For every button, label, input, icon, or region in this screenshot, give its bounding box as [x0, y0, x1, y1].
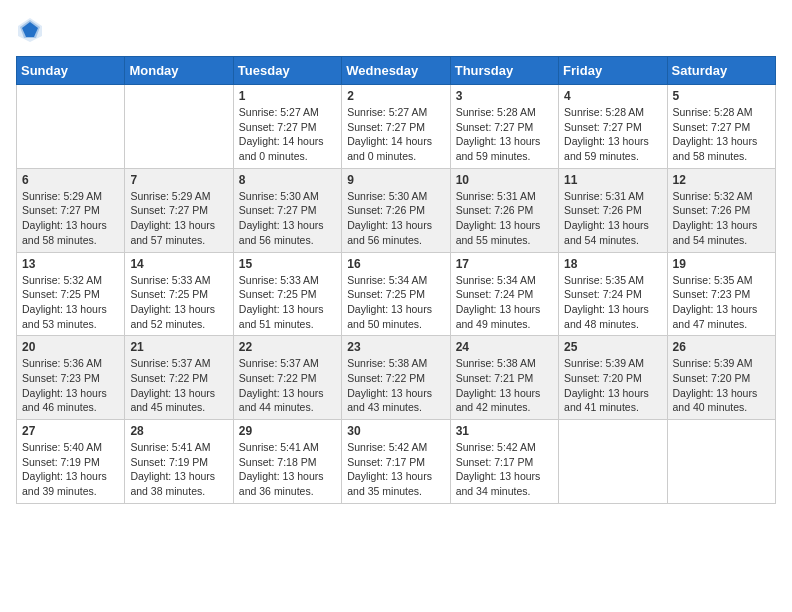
calendar-cell: 25Sunrise: 5:39 AM Sunset: 7:20 PM Dayli… — [559, 336, 667, 420]
day-number: 28 — [130, 424, 227, 438]
calendar-cell: 26Sunrise: 5:39 AM Sunset: 7:20 PM Dayli… — [667, 336, 775, 420]
day-number: 18 — [564, 257, 661, 271]
calendar-cell: 10Sunrise: 5:31 AM Sunset: 7:26 PM Dayli… — [450, 168, 558, 252]
weekday-header-friday: Friday — [559, 57, 667, 85]
logo-icon — [16, 16, 44, 44]
day-number: 13 — [22, 257, 119, 271]
calendar-cell: 5Sunrise: 5:28 AM Sunset: 7:27 PM Daylig… — [667, 85, 775, 169]
day-number: 3 — [456, 89, 553, 103]
weekday-header-row: SundayMondayTuesdayWednesdayThursdayFrid… — [17, 57, 776, 85]
calendar-cell: 15Sunrise: 5:33 AM Sunset: 7:25 PM Dayli… — [233, 252, 341, 336]
day-info: Sunrise: 5:30 AM Sunset: 7:27 PM Dayligh… — [239, 189, 336, 248]
day-number: 17 — [456, 257, 553, 271]
day-number: 30 — [347, 424, 444, 438]
calendar-cell: 22Sunrise: 5:37 AM Sunset: 7:22 PM Dayli… — [233, 336, 341, 420]
weekday-header-tuesday: Tuesday — [233, 57, 341, 85]
weekday-header-saturday: Saturday — [667, 57, 775, 85]
calendar-cell — [559, 420, 667, 504]
day-info: Sunrise: 5:35 AM Sunset: 7:23 PM Dayligh… — [673, 273, 770, 332]
calendar-cell: 7Sunrise: 5:29 AM Sunset: 7:27 PM Daylig… — [125, 168, 233, 252]
calendar-cell: 23Sunrise: 5:38 AM Sunset: 7:22 PM Dayli… — [342, 336, 450, 420]
week-row-2: 6Sunrise: 5:29 AM Sunset: 7:27 PM Daylig… — [17, 168, 776, 252]
day-number: 20 — [22, 340, 119, 354]
day-number: 1 — [239, 89, 336, 103]
weekday-header-sunday: Sunday — [17, 57, 125, 85]
calendar-cell: 3Sunrise: 5:28 AM Sunset: 7:27 PM Daylig… — [450, 85, 558, 169]
calendar-table: SundayMondayTuesdayWednesdayThursdayFrid… — [16, 56, 776, 504]
day-info: Sunrise: 5:42 AM Sunset: 7:17 PM Dayligh… — [347, 440, 444, 499]
weekday-header-wednesday: Wednesday — [342, 57, 450, 85]
calendar-cell: 20Sunrise: 5:36 AM Sunset: 7:23 PM Dayli… — [17, 336, 125, 420]
day-info: Sunrise: 5:41 AM Sunset: 7:19 PM Dayligh… — [130, 440, 227, 499]
calendar-cell: 17Sunrise: 5:34 AM Sunset: 7:24 PM Dayli… — [450, 252, 558, 336]
calendar-cell — [17, 85, 125, 169]
calendar-cell: 13Sunrise: 5:32 AM Sunset: 7:25 PM Dayli… — [17, 252, 125, 336]
calendar-cell: 27Sunrise: 5:40 AM Sunset: 7:19 PM Dayli… — [17, 420, 125, 504]
day-info: Sunrise: 5:39 AM Sunset: 7:20 PM Dayligh… — [564, 356, 661, 415]
day-info: Sunrise: 5:33 AM Sunset: 7:25 PM Dayligh… — [239, 273, 336, 332]
day-number: 26 — [673, 340, 770, 354]
day-number: 10 — [456, 173, 553, 187]
day-info: Sunrise: 5:38 AM Sunset: 7:21 PM Dayligh… — [456, 356, 553, 415]
day-info: Sunrise: 5:41 AM Sunset: 7:18 PM Dayligh… — [239, 440, 336, 499]
day-info: Sunrise: 5:32 AM Sunset: 7:25 PM Dayligh… — [22, 273, 119, 332]
day-info: Sunrise: 5:40 AM Sunset: 7:19 PM Dayligh… — [22, 440, 119, 499]
day-info: Sunrise: 5:37 AM Sunset: 7:22 PM Dayligh… — [130, 356, 227, 415]
day-info: Sunrise: 5:34 AM Sunset: 7:25 PM Dayligh… — [347, 273, 444, 332]
day-info: Sunrise: 5:31 AM Sunset: 7:26 PM Dayligh… — [564, 189, 661, 248]
day-number: 11 — [564, 173, 661, 187]
day-info: Sunrise: 5:33 AM Sunset: 7:25 PM Dayligh… — [130, 273, 227, 332]
calendar-cell: 14Sunrise: 5:33 AM Sunset: 7:25 PM Dayli… — [125, 252, 233, 336]
day-info: Sunrise: 5:42 AM Sunset: 7:17 PM Dayligh… — [456, 440, 553, 499]
calendar-cell: 30Sunrise: 5:42 AM Sunset: 7:17 PM Dayli… — [342, 420, 450, 504]
day-number: 4 — [564, 89, 661, 103]
weekday-header-monday: Monday — [125, 57, 233, 85]
day-info: Sunrise: 5:30 AM Sunset: 7:26 PM Dayligh… — [347, 189, 444, 248]
calendar-cell: 11Sunrise: 5:31 AM Sunset: 7:26 PM Dayli… — [559, 168, 667, 252]
weekday-header-thursday: Thursday — [450, 57, 558, 85]
calendar-cell: 16Sunrise: 5:34 AM Sunset: 7:25 PM Dayli… — [342, 252, 450, 336]
day-info: Sunrise: 5:28 AM Sunset: 7:27 PM Dayligh… — [673, 105, 770, 164]
calendar-cell: 2Sunrise: 5:27 AM Sunset: 7:27 PM Daylig… — [342, 85, 450, 169]
day-number: 29 — [239, 424, 336, 438]
calendar-cell: 19Sunrise: 5:35 AM Sunset: 7:23 PM Dayli… — [667, 252, 775, 336]
calendar-cell: 8Sunrise: 5:30 AM Sunset: 7:27 PM Daylig… — [233, 168, 341, 252]
day-info: Sunrise: 5:32 AM Sunset: 7:26 PM Dayligh… — [673, 189, 770, 248]
calendar-cell — [667, 420, 775, 504]
day-number: 9 — [347, 173, 444, 187]
day-number: 25 — [564, 340, 661, 354]
day-number: 27 — [22, 424, 119, 438]
day-info: Sunrise: 5:28 AM Sunset: 7:27 PM Dayligh… — [456, 105, 553, 164]
day-info: Sunrise: 5:27 AM Sunset: 7:27 PM Dayligh… — [239, 105, 336, 164]
calendar-cell: 1Sunrise: 5:27 AM Sunset: 7:27 PM Daylig… — [233, 85, 341, 169]
calendar-cell: 29Sunrise: 5:41 AM Sunset: 7:18 PM Dayli… — [233, 420, 341, 504]
day-info: Sunrise: 5:36 AM Sunset: 7:23 PM Dayligh… — [22, 356, 119, 415]
day-info: Sunrise: 5:39 AM Sunset: 7:20 PM Dayligh… — [673, 356, 770, 415]
day-number: 21 — [130, 340, 227, 354]
day-info: Sunrise: 5:37 AM Sunset: 7:22 PM Dayligh… — [239, 356, 336, 415]
calendar-cell: 28Sunrise: 5:41 AM Sunset: 7:19 PM Dayli… — [125, 420, 233, 504]
day-number: 7 — [130, 173, 227, 187]
logo — [16, 16, 46, 44]
day-number: 19 — [673, 257, 770, 271]
day-info: Sunrise: 5:35 AM Sunset: 7:24 PM Dayligh… — [564, 273, 661, 332]
week-row-4: 20Sunrise: 5:36 AM Sunset: 7:23 PM Dayli… — [17, 336, 776, 420]
day-info: Sunrise: 5:29 AM Sunset: 7:27 PM Dayligh… — [130, 189, 227, 248]
day-number: 23 — [347, 340, 444, 354]
day-number: 22 — [239, 340, 336, 354]
week-row-3: 13Sunrise: 5:32 AM Sunset: 7:25 PM Dayli… — [17, 252, 776, 336]
calendar-cell: 21Sunrise: 5:37 AM Sunset: 7:22 PM Dayli… — [125, 336, 233, 420]
calendar-cell: 9Sunrise: 5:30 AM Sunset: 7:26 PM Daylig… — [342, 168, 450, 252]
day-info: Sunrise: 5:34 AM Sunset: 7:24 PM Dayligh… — [456, 273, 553, 332]
day-number: 31 — [456, 424, 553, 438]
day-info: Sunrise: 5:38 AM Sunset: 7:22 PM Dayligh… — [347, 356, 444, 415]
calendar-cell: 24Sunrise: 5:38 AM Sunset: 7:21 PM Dayli… — [450, 336, 558, 420]
calendar-cell: 4Sunrise: 5:28 AM Sunset: 7:27 PM Daylig… — [559, 85, 667, 169]
day-number: 14 — [130, 257, 227, 271]
day-number: 5 — [673, 89, 770, 103]
day-number: 16 — [347, 257, 444, 271]
day-info: Sunrise: 5:28 AM Sunset: 7:27 PM Dayligh… — [564, 105, 661, 164]
day-number: 15 — [239, 257, 336, 271]
day-info: Sunrise: 5:29 AM Sunset: 7:27 PM Dayligh… — [22, 189, 119, 248]
calendar-cell: 18Sunrise: 5:35 AM Sunset: 7:24 PM Dayli… — [559, 252, 667, 336]
